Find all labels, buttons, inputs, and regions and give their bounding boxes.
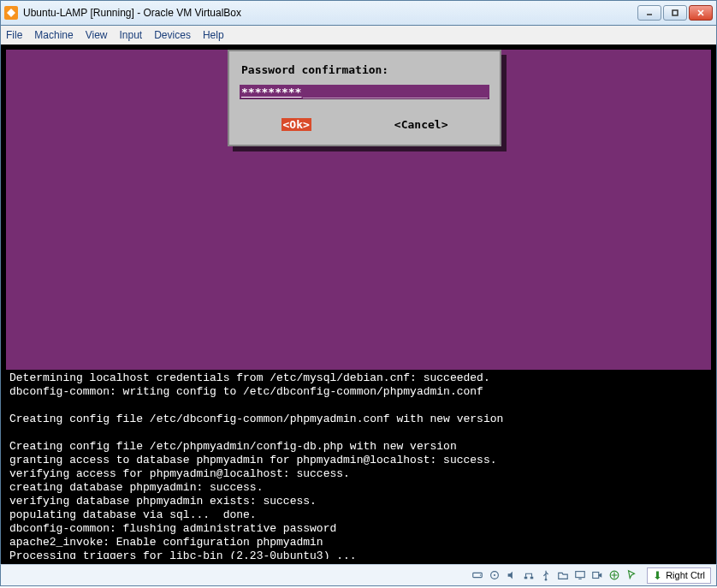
menu-view[interactable]: View	[86, 29, 108, 41]
close-button[interactable]	[689, 5, 713, 21]
host-key-label: Right Ctrl	[666, 570, 705, 580]
usb-icon[interactable]	[539, 568, 553, 582]
window-title: Ubuntu-LAMP [Running] - Oracle VM Virtua…	[23, 7, 637, 19]
svg-point-7	[494, 574, 495, 576]
audio-icon[interactable]	[505, 568, 518, 582]
menu-bar: File Machine View Input Devices Help	[0, 26, 717, 45]
arrow-down-icon: ⬇	[653, 569, 662, 582]
password-input[interactable]: *********	[240, 85, 489, 99]
menu-help[interactable]: Help	[203, 29, 224, 41]
menu-input[interactable]: Input	[120, 29, 143, 41]
svg-point-5	[480, 574, 481, 575]
shared-folder-icon[interactable]	[556, 568, 570, 582]
svg-rect-1	[673, 10, 678, 15]
guest-additions-icon[interactable]	[607, 568, 621, 582]
svg-rect-9	[530, 577, 534, 579]
password-masked: *********	[241, 86, 301, 98]
network-icon[interactable]	[522, 568, 536, 582]
status-bar: ⬇ Right Ctrl	[0, 564, 717, 586]
menu-devices[interactable]: Devices	[154, 29, 191, 41]
optical-disk-icon[interactable]	[488, 568, 501, 582]
maximize-button[interactable]	[663, 5, 687, 21]
minimize-button[interactable]	[637, 5, 661, 21]
svg-point-10	[545, 579, 548, 581]
hard-disk-icon[interactable]	[471, 568, 484, 582]
host-key-indicator[interactable]: ⬇ Right Ctrl	[647, 567, 711, 584]
svg-rect-8	[524, 577, 528, 579]
window-titlebar: Ubuntu-LAMP [Running] - Oracle VM Virtua…	[0, 0, 717, 26]
password-dialog: Password confirmation: ********* <Ok> <C…	[228, 50, 501, 146]
ok-button[interactable]: <Ok>	[281, 118, 311, 131]
dialog-prompt: Password confirmation:	[241, 63, 489, 76]
recording-icon[interactable]	[590, 568, 604, 582]
menu-file[interactable]: File	[6, 29, 22, 41]
menu-machine[interactable]: Machine	[34, 29, 73, 41]
dialog-buttons: <Ok> <Cancel>	[240, 118, 489, 131]
cancel-button[interactable]: <Cancel>	[394, 118, 448, 131]
vm-display[interactable]: Password confirmation: ********* <Ok> <C…	[0, 45, 717, 564]
svg-rect-13	[593, 573, 599, 579]
terminal-output: Determining localhost credentials from /…	[6, 370, 711, 559]
display-icon[interactable]	[573, 568, 587, 582]
svg-rect-11	[576, 572, 585, 578]
virtualbox-icon	[4, 6, 18, 20]
mouse-integration-icon[interactable]	[625, 568, 638, 582]
window-buttons	[637, 5, 713, 21]
